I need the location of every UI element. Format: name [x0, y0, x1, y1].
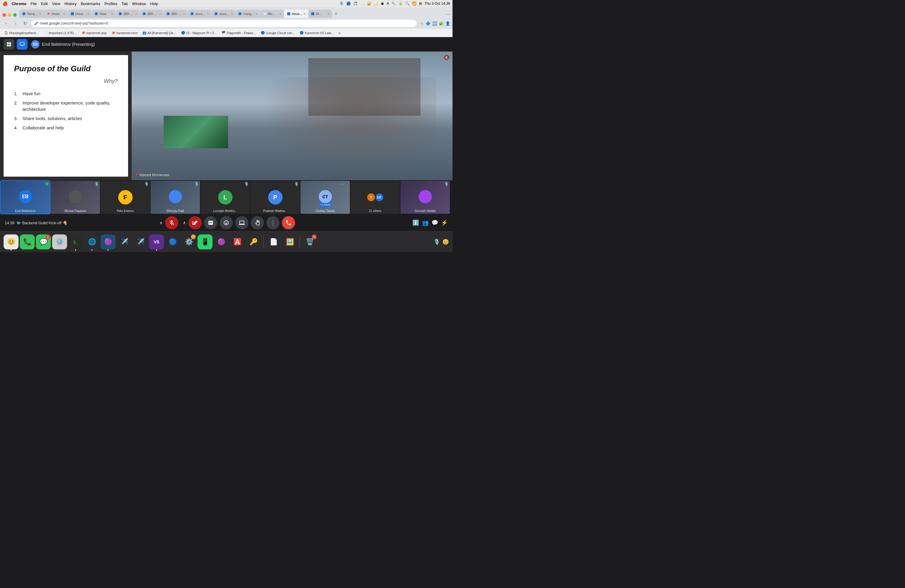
dock-finder2[interactable]: ⚙️	[52, 234, 67, 250]
translate-icon[interactable]: 🔤	[432, 21, 437, 26]
tab-strip-extend[interactable]: ⋯	[446, 12, 450, 17]
bookmark-flagsmith[interactable]: 🏴 Flagsmith - Featur...	[220, 30, 258, 35]
bookmark-magnum[interactable]: 🔵 15 - Magnum PI / 2...	[179, 30, 219, 35]
tab-2[interactable]: 🟦 Hous... ✕	[68, 10, 92, 18]
tab-close-11[interactable]: ✕	[303, 12, 306, 16]
tab-11-active[interactable]: 🟦 Hous... ✕	[284, 10, 308, 18]
tab-1[interactable]: 🐙 chore ✕	[44, 10, 68, 18]
menu-view[interactable]: View	[52, 2, 60, 6]
tab-close-3[interactable]: ✕	[111, 12, 113, 16]
thumb-michail[interactable]: 🎙️ Michail Papilaris	[51, 181, 100, 214]
bookmarks-more-button[interactable]: »	[338, 30, 341, 35]
extension-icon[interactable]: 🧩	[439, 21, 443, 26]
menu-help[interactable]: Help	[150, 2, 158, 6]
menu-profiles[interactable]: Profiles	[105, 2, 117, 6]
emoji-reaction-button[interactable]	[220, 216, 233, 229]
tab-9[interactable]: 🔵 Goog... ✕	[235, 10, 260, 18]
thumb-felix[interactable]: F 🎙️ Felix Enescu	[100, 181, 150, 214]
tab-close-6[interactable]: ✕	[183, 12, 185, 16]
tab-6[interactable]: 🔵 [BR-... ✕	[164, 10, 187, 18]
thumb-soroush[interactable]: 🎙️ Soroush Heidari	[400, 181, 450, 214]
forward-button[interactable]: ›	[12, 20, 19, 27]
dock-appstore[interactable]: 🅰️	[230, 234, 245, 250]
menu-tab[interactable]: Tab	[122, 2, 128, 6]
tab-close-5[interactable]: ✕	[159, 12, 161, 16]
dock-finder[interactable]: 😊	[3, 234, 19, 250]
tab-close-8[interactable]: ✕	[231, 12, 233, 16]
address-input[interactable]: 🎤 meet.google.com/znf-oevj-yxp?authuser=…	[31, 20, 417, 27]
tab-close-4[interactable]: ✕	[135, 12, 137, 16]
dock-messages[interactable]: 💬 6	[36, 234, 51, 250]
info-button[interactable]: ℹ️	[413, 219, 419, 226]
thumb-others[interactable]: T EB 21 others	[351, 181, 400, 214]
bookmark-important[interactable]: ✉️ Important (1,976)...	[41, 30, 78, 35]
dock-skype[interactable]: 🔵	[165, 234, 180, 250]
thumb-more-chetan[interactable]: ⋯	[340, 182, 344, 187]
dock-whatsapp[interactable]: 📱	[197, 234, 213, 250]
video-chevron-btn[interactable]: ∧	[181, 219, 188, 226]
back-button[interactable]: ‹	[2, 20, 10, 27]
tab-7[interactable]: 🔵 acco... ✕	[187, 10, 211, 18]
more-options-button[interactable]: ⋮	[266, 216, 279, 229]
meet-grid-view-btn[interactable]	[3, 39, 14, 50]
tab-3[interactable]: 🔵 New ✕	[92, 10, 116, 18]
dock-vs[interactable]: VS	[149, 234, 164, 250]
bookmark-star-icon[interactable]: ☆	[420, 21, 424, 26]
dock-vscode[interactable]: 🟣	[100, 234, 116, 250]
bookmark-kamernet-iis[interactable]: 🔵 Kamernet IIS Late...	[298, 30, 336, 35]
thumb-prakash[interactable]: P 🎙️ Prakash Wadhw...	[251, 181, 300, 214]
tab-0[interactable]: 🔵 Temp... ✕	[19, 10, 44, 18]
dock-telegram[interactable]: ✈️	[133, 234, 148, 250]
tab-12[interactable]: 🟦 M... ✕	[308, 10, 332, 18]
tab-10[interactable]: ✉️ Re:... ✕	[260, 10, 284, 18]
tab-close-12[interactable]: ✕	[327, 12, 330, 16]
maximize-window-btn[interactable]	[13, 13, 17, 17]
bookmark-kamernet-asp[interactable]: 🐙 kamernet-asp	[79, 30, 108, 35]
present-button[interactable]	[235, 216, 248, 229]
menu-bookmarks[interactable]: Bookmarks	[81, 2, 100, 6]
participants-button[interactable]: 👥	[422, 219, 429, 226]
siri-icon[interactable]: 🎙️	[433, 238, 440, 245]
dock-trash[interactable]: 🗑️ 31	[302, 234, 317, 250]
thumb-shreyas[interactable]: 🎙️ Shreyas Patil	[151, 181, 200, 214]
meet-presentation-btn[interactable]	[17, 39, 27, 50]
raise-hand-button[interactable]	[251, 216, 264, 229]
tab-close-9[interactable]: ✕	[255, 12, 258, 16]
mic-mute-button[interactable]	[165, 216, 178, 229]
tab-close-0[interactable]: ✕	[39, 12, 41, 16]
activities-button[interactable]: ⚡	[441, 219, 448, 226]
search-icon[interactable]: 🔍	[405, 2, 410, 6]
end-call-button[interactable]	[282, 216, 295, 229]
chat-button[interactable]: 💬	[432, 219, 438, 226]
minimize-window-btn[interactable]	[8, 13, 11, 17]
apple-menu[interactable]: 🍎	[2, 1, 8, 6]
tab-close-10[interactable]: ✕	[279, 12, 282, 16]
app-menu-chrome[interactable]: Chrome	[12, 2, 26, 6]
menu-window[interactable]: Window	[132, 2, 146, 6]
tab-5[interactable]: 🔵 [BR-... ✕	[140, 10, 164, 18]
dock-settings[interactable]: ⚙️ 7	[181, 234, 196, 250]
thumb-louisjan[interactable]: L 🎙️ Louisjan Bonthu...	[200, 181, 250, 214]
dock-photos[interactable]: 🖼️	[282, 234, 297, 250]
notification-center-icon[interactable]: 😊	[442, 238, 449, 245]
tab-4[interactable]: 🔵 [BR-... ✕	[116, 10, 140, 18]
refresh-button[interactable]: ↻	[22, 20, 29, 27]
captions-button[interactable]	[204, 216, 217, 229]
tab-close-2[interactable]: ✕	[87, 12, 89, 16]
tab-8[interactable]: 🔵 acco... ✕	[211, 10, 235, 18]
edge-icon[interactable]: 🔷	[426, 21, 430, 26]
control-center-icon[interactable]: ⊞	[419, 2, 422, 6]
profile-icon[interactable]: 👤	[445, 21, 450, 26]
dock-viber[interactable]: 🟣	[214, 234, 229, 250]
mic-chevron-btn[interactable]: ∧	[157, 219, 165, 226]
new-tab-button[interactable]: +	[332, 10, 341, 18]
bookmark-kamernet-next[interactable]: 🐙 kamernet-next	[110, 30, 139, 35]
bookmark-google-cloud[interactable]: 🔵 Google Cloud con...	[259, 30, 297, 35]
dock-1password[interactable]: 🔑	[246, 234, 261, 250]
menu-history[interactable]: History	[64, 2, 76, 6]
tab-close-7[interactable]: ✕	[207, 12, 209, 16]
bookmark-housinganywhere[interactable]: 🏠 HousingAnywhere...	[2, 30, 40, 35]
dock-chrome[interactable]: 🌐	[84, 234, 99, 250]
dock-phone[interactable]: 📞	[20, 234, 35, 250]
tab-close-1[interactable]: ✕	[63, 12, 65, 16]
